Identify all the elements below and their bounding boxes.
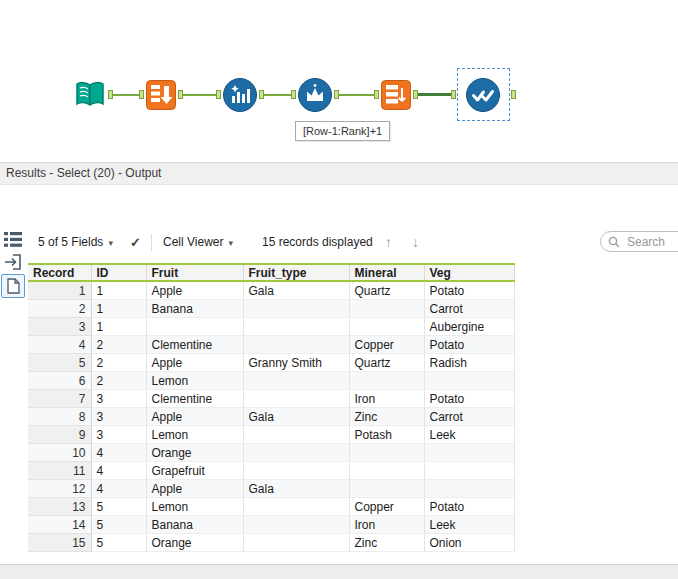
table-cell[interactable]: 4 — [91, 480, 146, 498]
table-cell[interactable]: Radish — [424, 354, 514, 372]
table-cell[interactable]: 2 — [91, 372, 146, 390]
table-cell[interactable]: Zinc — [349, 408, 424, 426]
connection-wire[interactable] — [418, 93, 451, 96]
table-cell[interactable]: Copper — [349, 498, 424, 516]
table-cell[interactable] — [243, 534, 349, 552]
table-cell[interactable]: 5 — [91, 534, 146, 552]
table-cell[interactable]: Orange — [146, 534, 243, 552]
table-cell[interactable]: Leek — [424, 426, 514, 444]
table-cell[interactable]: Potato — [424, 336, 514, 354]
table-cell[interactable] — [424, 444, 514, 462]
column-header-fruit[interactable]: Fruit — [146, 264, 243, 281]
output-anchor[interactable] — [259, 90, 264, 99]
column-header-veg[interactable]: Veg — [424, 264, 514, 281]
column-header-mineral[interactable]: Mineral — [349, 264, 424, 281]
select-tool[interactable] — [380, 79, 412, 115]
record-number-cell[interactable]: 10 — [28, 444, 91, 462]
table-cell[interactable]: 5 — [91, 498, 146, 516]
record-number-cell[interactable]: 5 — [28, 354, 91, 372]
table-cell[interactable] — [243, 516, 349, 534]
table-cell[interactable] — [349, 462, 424, 480]
table-cell[interactable]: Carrot — [424, 300, 514, 318]
output-anchor[interactable] — [334, 90, 339, 99]
search-input[interactable] — [625, 234, 678, 250]
output-anchor[interactable] — [511, 90, 516, 99]
table-cell[interactable]: Banana — [146, 516, 243, 534]
arrow-up-icon[interactable]: ↑ — [385, 232, 392, 253]
record-number-cell[interactable]: 15 — [28, 534, 91, 552]
table-cell[interactable]: Gala — [243, 408, 349, 426]
table-cell[interactable] — [349, 372, 424, 390]
multi-field-formula-tool[interactable] — [222, 77, 258, 117]
output-anchor[interactable] — [108, 90, 113, 99]
table-cell[interactable]: 3 — [91, 426, 146, 444]
table-cell[interactable]: Quartz — [349, 354, 424, 372]
input-anchor[interactable] — [216, 90, 221, 99]
table-cell[interactable] — [424, 462, 514, 480]
table-cell[interactable] — [243, 462, 349, 480]
record-number-cell[interactable]: 6 — [28, 372, 91, 390]
record-number-cell[interactable]: 7 — [28, 390, 91, 408]
table-cell[interactable]: 2 — [91, 354, 146, 372]
table-cell[interactable]: 1 — [91, 281, 146, 300]
tool-annotation[interactable]: [Row-1:Rank]+1 — [295, 121, 390, 141]
table-cell[interactable]: Apple — [146, 480, 243, 498]
table-cell[interactable] — [349, 318, 424, 336]
table-cell[interactable]: Potash — [349, 426, 424, 444]
table-cell[interactable]: Apple — [146, 408, 243, 426]
table-cell[interactable] — [424, 480, 514, 498]
table-cell[interactable]: Potato — [424, 390, 514, 408]
table-cell[interactable]: Apple — [146, 354, 243, 372]
table-cell[interactable] — [243, 300, 349, 318]
output-anchor[interactable] — [413, 90, 418, 99]
table-cell[interactable]: Iron — [349, 516, 424, 534]
table-cell[interactable]: 3 — [91, 408, 146, 426]
table-cell[interactable]: Banana — [146, 300, 243, 318]
table-cell[interactable] — [349, 444, 424, 462]
sort-tool[interactable] — [145, 79, 177, 115]
fields-dropdown[interactable]: 5 of 5 Fields▾ — [38, 232, 113, 253]
browse-tool[interactable] — [465, 77, 501, 117]
table-cell[interactable] — [424, 372, 514, 390]
record-number-cell[interactable]: 3 — [28, 318, 91, 336]
table-cell[interactable]: 5 — [91, 516, 146, 534]
cell-viewer-dropdown[interactable]: Cell Viewer▾ — [163, 232, 233, 253]
record-number-cell[interactable]: 2 — [28, 300, 91, 318]
table-cell[interactable]: Lemon — [146, 372, 243, 390]
input-anchor[interactable] — [139, 90, 144, 99]
table-cell[interactable] — [243, 390, 349, 408]
arrow-down-icon[interactable]: ↓ — [412, 232, 419, 253]
record-number-cell[interactable]: 13 — [28, 498, 91, 516]
table-cell[interactable]: Lemon — [146, 498, 243, 516]
record-number-cell[interactable]: 11 — [28, 462, 91, 480]
table-cell[interactable]: Carrot — [424, 408, 514, 426]
table-cell[interactable]: Quartz — [349, 281, 424, 300]
table-cell[interactable]: Orange — [146, 444, 243, 462]
connection-wire[interactable] — [339, 94, 374, 96]
connection-wire[interactable] — [113, 94, 139, 96]
record-number-cell[interactable]: 9 — [28, 426, 91, 444]
record-number-cell[interactable]: 14 — [28, 516, 91, 534]
table-cell[interactable]: Zinc — [349, 534, 424, 552]
output-anchor[interactable] — [178, 90, 183, 99]
table-cell[interactable] — [243, 372, 349, 390]
table-cell[interactable]: 4 — [91, 444, 146, 462]
table-cell[interactable]: 2 — [91, 336, 146, 354]
column-header-fruit-type[interactable]: Fruit_type — [243, 264, 349, 281]
table-cell[interactable] — [243, 426, 349, 444]
output-view-button[interactable] — [4, 254, 26, 274]
input-data-tool[interactable] — [73, 78, 107, 116]
record-number-cell[interactable]: 8 — [28, 408, 91, 426]
table-cell[interactable]: Clementine — [146, 390, 243, 408]
workflow-canvas[interactable]: [Row-1:Rank]+1 — [0, 0, 678, 162]
table-cell[interactable] — [146, 318, 243, 336]
table-cell[interactable]: Lemon — [146, 426, 243, 444]
table-cell[interactable]: Potato — [424, 281, 514, 300]
table-view-button[interactable] — [4, 232, 26, 252]
table-cell[interactable] — [349, 300, 424, 318]
table-cell[interactable]: Grapefruit — [146, 462, 243, 480]
table-cell[interactable]: Iron — [349, 390, 424, 408]
table-cell[interactable]: Gala — [243, 281, 349, 300]
table-cell[interactable]: 1 — [91, 300, 146, 318]
table-cell[interactable]: Potato — [424, 498, 514, 516]
